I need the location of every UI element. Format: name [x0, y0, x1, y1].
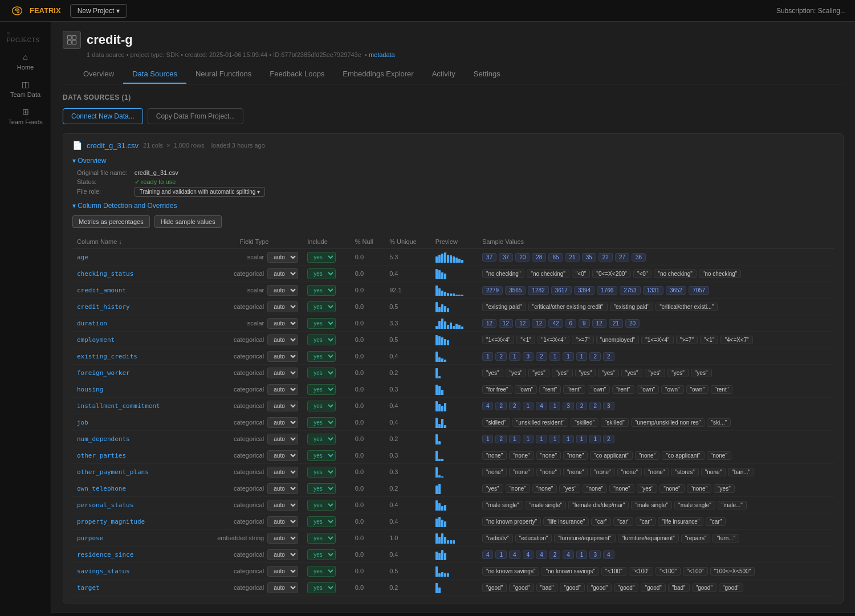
sample-value: "none" [701, 468, 726, 476]
include-select[interactable]: yes [307, 351, 336, 362]
field-type-select[interactable]: auto [267, 549, 298, 560]
th-pct-null[interactable]: % Null [351, 235, 385, 249]
field-type-select[interactable]: auto [267, 318, 298, 329]
sample-value: "<1" [700, 336, 719, 344]
sample-value: "female div/dep/mar" [568, 501, 629, 509]
th-column-name[interactable]: Column Name ↓ [72, 235, 189, 249]
mini-chart [435, 433, 473, 444]
field-type-select[interactable]: auto [267, 368, 298, 378]
include-select[interactable]: yes [307, 516, 336, 527]
sidebar-item-team-feeds[interactable]: ⊞ Team Feeds [0, 103, 51, 130]
tab-feedback-loops[interactable]: Feedback Loops [260, 65, 333, 84]
sample-value: 12 [482, 319, 496, 328]
sample-value: "bad" [668, 584, 690, 592]
th-pct-unique[interactable]: % Unique [385, 235, 431, 249]
field-type-select[interactable]: auto [267, 351, 298, 362]
tab-data-sources[interactable]: Data Sources [123, 65, 186, 84]
sidebar-item-home[interactable]: ⌂ Home [0, 48, 51, 75]
table-row: credit_historycategorical autoyes0.00.5"… [72, 299, 834, 315]
tab-bar: Overview Data Sources Neural Functions F… [63, 65, 844, 84]
column-name: other_parties [77, 452, 126, 459]
field-type-select[interactable]: auto [267, 285, 298, 296]
field-type-select[interactable]: auto [267, 450, 298, 461]
table-row: property_magnitudecategorical autoyes0.0… [72, 513, 834, 530]
pct-unique: 92.1 [389, 287, 401, 293]
th-preview[interactable]: Preview [431, 235, 478, 249]
field-type-select[interactable]: auto [267, 301, 298, 312]
column-type: categorical [234, 369, 264, 376]
metrics-as-percentages-button[interactable]: Metrics as percentages [72, 215, 150, 228]
sample-value: "male single" [674, 501, 715, 509]
field-type-select[interactable]: auto [267, 417, 298, 428]
include-select[interactable]: yes [307, 401, 336, 411]
sidebar-item-team-data[interactable]: ◫ Team Data [0, 75, 51, 103]
field-type-select[interactable]: auto [267, 384, 298, 395]
include-select[interactable]: yes [307, 483, 336, 494]
tab-neural-functions[interactable]: Neural Functions [186, 65, 260, 84]
chart-bar [438, 307, 441, 312]
include-select[interactable]: yes [307, 533, 336, 544]
field-type-select[interactable]: auto [267, 483, 298, 494]
sample-value: 37 [499, 253, 513, 262]
chart-bar [450, 540, 452, 544]
sample-value: "yes" [637, 484, 658, 493]
include-select[interactable]: yes [307, 417, 336, 428]
sample-values: "skilled""unskilled resident""skilled""s… [482, 418, 829, 427]
tab-embeddings-explorer[interactable]: Embeddings Explorer [333, 65, 422, 84]
chart-bar [438, 553, 441, 560]
overview-toggle[interactable]: ▾ Overview [72, 157, 834, 165]
sample-value: "ban..." [728, 468, 754, 476]
include-select[interactable]: yes [307, 434, 336, 444]
include-select[interactable]: yes [307, 252, 336, 263]
pct-unique: 0.3 [389, 452, 398, 459]
column-type: categorical [234, 452, 264, 459]
field-type-select[interactable]: auto [267, 500, 298, 511]
connect-data-button[interactable]: Connect New Data... [63, 108, 143, 124]
file-role-badge[interactable]: Training and validation with automatic s… [135, 187, 265, 197]
field-type-select[interactable]: auto [267, 516, 298, 527]
column-detection-toggle[interactable]: ▾ Column Detection and Overrides [72, 202, 834, 210]
chart-bar [444, 292, 446, 296]
chart-bar [450, 323, 452, 329]
chart-bar [441, 572, 443, 577]
field-type-select[interactable]: auto [267, 434, 298, 444]
include-select[interactable]: yes [307, 285, 336, 296]
chart-bar [438, 517, 441, 527]
include-select[interactable]: yes [307, 566, 336, 577]
field-type-select[interactable]: auto [267, 268, 298, 279]
new-project-button[interactable]: New Project ▾ [70, 4, 128, 18]
th-field-type[interactable]: Field Type [189, 235, 303, 249]
field-type-select[interactable]: auto [267, 467, 298, 478]
include-select[interactable]: yes [307, 318, 336, 329]
sample-value: 1282 [528, 286, 548, 295]
include-select[interactable]: yes [307, 368, 336, 378]
include-select[interactable]: yes [307, 384, 336, 395]
column-name: duration [77, 320, 107, 327]
include-select[interactable]: yes [307, 334, 336, 345]
sample-value: 2753 [620, 286, 640, 295]
hide-sample-values-button[interactable]: Hide sample values [154, 215, 222, 228]
th-sample-values[interactable]: Sample Values [478, 235, 834, 249]
tab-settings[interactable]: Settings [465, 65, 510, 84]
metadata-link[interactable]: metadata [369, 51, 395, 58]
pct-null: 0.0 [355, 254, 364, 260]
pct-unique: 0.2 [389, 485, 398, 492]
include-select[interactable]: yes [307, 500, 336, 511]
include-select[interactable]: yes [307, 582, 336, 593]
copy-data-button[interactable]: Copy Data From Project... [148, 108, 244, 124]
field-type-select[interactable]: auto [267, 566, 298, 577]
th-include[interactable]: Include [303, 235, 350, 249]
include-select[interactable]: yes [307, 549, 336, 560]
field-type-select[interactable]: auto [267, 334, 298, 345]
tab-overview[interactable]: Overview [74, 65, 123, 84]
include-select[interactable]: yes [307, 268, 336, 279]
field-type-select[interactable]: auto [267, 582, 298, 593]
include-select[interactable]: yes [307, 467, 336, 478]
field-type-select[interactable]: auto [267, 533, 298, 544]
tab-activity[interactable]: Activity [423, 65, 465, 84]
include-select[interactable]: yes [307, 450, 336, 461]
include-select[interactable]: yes [307, 301, 336, 312]
field-type-select[interactable]: auto [267, 252, 298, 263]
sample-value: 1 [549, 352, 561, 361]
field-type-select[interactable]: auto [267, 401, 298, 411]
